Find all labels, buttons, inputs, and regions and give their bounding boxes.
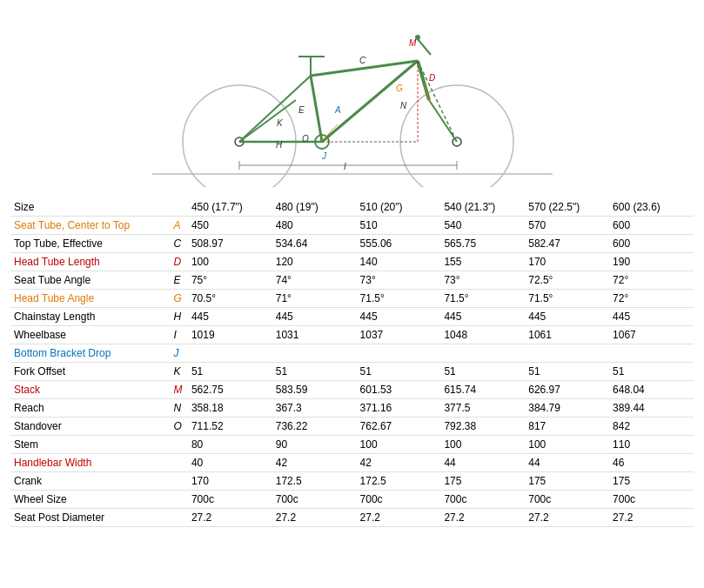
table-row: StackM562.75583.59601.53615.74626.97648.… xyxy=(10,381,694,399)
row-label-6: Chainstay Length xyxy=(10,308,171,326)
row-label-2: Top Tube, Effective xyxy=(10,235,171,253)
row-2-col-1: 534.64 xyxy=(272,235,357,253)
row-1-col-0: 450 xyxy=(188,217,272,235)
svg-text:N: N xyxy=(400,101,407,110)
row-letter-17 xyxy=(171,509,188,527)
table-row: WheelbaseI101910311037104810611067 xyxy=(10,326,694,344)
row-6-col-3: 445 xyxy=(440,308,525,326)
row-5-col-2: 71.5° xyxy=(357,290,441,308)
svg-text:O: O xyxy=(302,134,309,144)
row-5-col-4: 71.5° xyxy=(525,290,609,308)
row-7-col-2: 1037 xyxy=(357,326,441,344)
row-13-col-1: 90 xyxy=(272,436,357,454)
row-3-col-2: 140 xyxy=(357,253,441,271)
geometry-table: Size 450 (17.7")480 (19")510 (20")540 (2… xyxy=(10,198,694,527)
table-row: Seat Post Diameter27.227.227.227.227.227… xyxy=(10,509,694,527)
table-row: ReachN358.18367.3371.16377.5384.79389.44 xyxy=(10,399,694,418)
size-col-0: 450 (17.7") xyxy=(188,198,272,217)
row-4-col-0: 75° xyxy=(188,271,272,290)
row-10-col-4: 626.97 xyxy=(525,381,609,399)
svg-text:I: I xyxy=(344,162,346,171)
row-letter-1: A xyxy=(171,217,188,235)
table-row: Handlebar Width404242444446 xyxy=(10,454,694,472)
row-11-col-4: 384.79 xyxy=(525,399,609,418)
row-label-16: Wheel Size xyxy=(10,491,171,509)
row-7-col-0: 1019 xyxy=(188,326,272,344)
row-15-col-4: 175 xyxy=(525,472,609,491)
row-6-col-1: 445 xyxy=(272,308,357,326)
svg-text:A: A xyxy=(334,105,341,115)
row-11-col-0: 358.18 xyxy=(188,399,272,418)
row-letter-16 xyxy=(171,491,188,509)
row-10-col-1: 583.59 xyxy=(272,381,357,399)
row-letter-14 xyxy=(171,454,188,472)
table-row: Top Tube, EffectiveC508.97534.64555.0656… xyxy=(10,235,694,253)
row-12-col-4: 817 xyxy=(525,418,609,436)
svg-text:M: M xyxy=(409,38,417,48)
row-4-col-3: 73° xyxy=(440,271,525,290)
table-row: Seat Tube AngleE75°74°73°73°72.5°72° xyxy=(10,271,694,290)
row-17-col-5: 27.2 xyxy=(609,509,694,527)
row-7-col-3: 1048 xyxy=(440,326,525,344)
row-9-col-0: 51 xyxy=(188,363,272,381)
svg-line-13 xyxy=(429,100,457,142)
row-12-col-2: 762.67 xyxy=(357,418,441,436)
table-row: Seat Tube, Center to TopA450480510540570… xyxy=(10,217,694,235)
row-14-col-1: 42 xyxy=(272,454,357,472)
row-6-col-0: 445 xyxy=(188,308,272,326)
row-letter-12: O xyxy=(171,418,188,436)
row-2-col-2: 555.06 xyxy=(357,235,441,253)
svg-text:C: C xyxy=(359,56,366,65)
row-label-14: Handlebar Width xyxy=(10,454,171,472)
bike-diagram: A C D E G H I J K M N O xyxy=(0,0,704,191)
row-15-col-0: 170 xyxy=(188,472,272,491)
row-7-col-5: 1067 xyxy=(609,326,694,344)
row-letter-4: E xyxy=(171,271,188,290)
row-14-col-4: 44 xyxy=(525,454,609,472)
svg-text:K: K xyxy=(277,118,284,128)
svg-line-6 xyxy=(311,76,322,142)
row-label-1: Seat Tube, Center to Top xyxy=(10,217,171,235)
row-letter-6: H xyxy=(171,308,188,326)
row-15-col-3: 175 xyxy=(440,472,525,491)
row-label-5: Head Tube Angle xyxy=(10,290,171,308)
table-row: Bottom Bracket DropJ xyxy=(10,344,694,363)
row-13-col-2: 100 xyxy=(357,436,441,454)
svg-text:E: E xyxy=(298,105,305,115)
row-11-col-2: 371.16 xyxy=(357,399,441,418)
row-6-col-4: 445 xyxy=(525,308,609,326)
row-label-17: Seat Post Diameter xyxy=(10,509,171,527)
row-8-col-5 xyxy=(609,344,694,363)
table-row: Stem8090100100100110 xyxy=(10,436,694,454)
row-2-col-4: 582.47 xyxy=(525,235,609,253)
row-11-col-3: 377.5 xyxy=(440,399,525,418)
row-8-col-4 xyxy=(525,344,609,363)
row-letter-15 xyxy=(171,472,188,491)
size-col-5: 600 (23.6) xyxy=(609,198,694,217)
svg-line-14 xyxy=(418,61,457,142)
row-13-col-3: 100 xyxy=(440,436,525,454)
row-3-col-5: 190 xyxy=(609,253,694,271)
row-10-col-3: 615.74 xyxy=(440,381,525,399)
row-5-col-0: 70.5° xyxy=(188,290,272,308)
row-12-col-1: 736.22 xyxy=(272,418,357,436)
row-15-col-1: 172.5 xyxy=(272,472,357,491)
row-letter-11: N xyxy=(171,399,188,418)
size-col-3: 540 (21.3") xyxy=(440,198,525,217)
row-7-col-4: 1061 xyxy=(525,326,609,344)
row-17-col-3: 27.2 xyxy=(440,509,525,527)
size-col-1: 480 (19") xyxy=(272,198,357,217)
svg-line-17 xyxy=(418,39,431,55)
row-12-col-0: 711.52 xyxy=(188,418,272,436)
table-row: Crank170172.5172.5175175175 xyxy=(10,472,694,491)
size-row: Size 450 (17.7")480 (19")510 (20")540 (2… xyxy=(10,198,694,217)
row-15-col-5: 175 xyxy=(609,472,694,491)
row-1-col-4: 570 xyxy=(525,217,609,235)
row-4-col-1: 74° xyxy=(272,271,357,290)
row-letter-7: I xyxy=(171,326,188,344)
row-16-col-0: 700c xyxy=(188,491,272,509)
row-9-col-4: 51 xyxy=(525,363,609,381)
row-5-col-1: 71° xyxy=(272,290,357,308)
svg-text:H: H xyxy=(276,140,283,150)
table-row: Head Tube AngleG70.5°71°71.5°71.5°71.5°7… xyxy=(10,290,694,308)
